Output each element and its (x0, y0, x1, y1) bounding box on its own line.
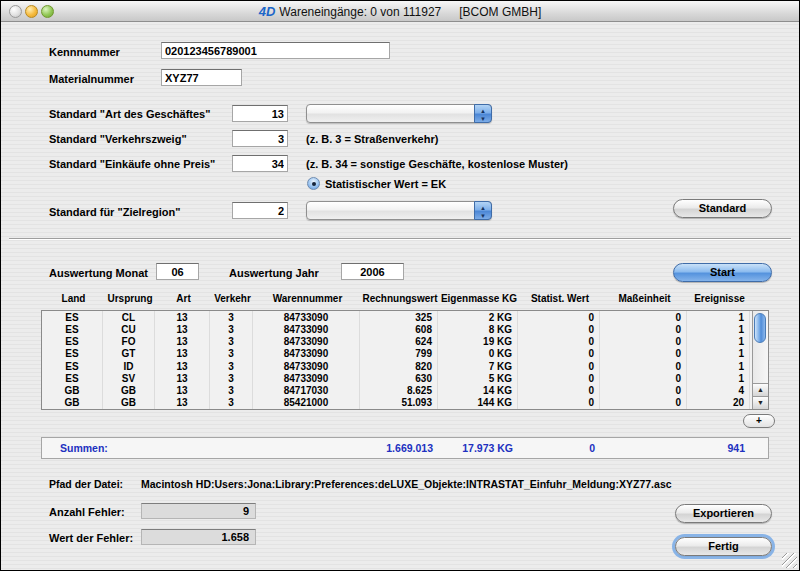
table-cell: 3 (210, 348, 253, 360)
table-cell: 0 (600, 323, 687, 335)
column-header: Maßeinheit (601, 293, 688, 304)
wert-der-fehler-field: 1.658 (141, 529, 256, 545)
table-cell: CU (103, 323, 155, 335)
art-des-geschaeftes-input[interactable] (232, 105, 288, 122)
summen-eigenmasse: 17.973 KG (438, 442, 518, 454)
zielregion-popup[interactable]: ▲▼ (306, 201, 492, 220)
kennnummer-input[interactable] (161, 42, 390, 59)
table-cell: 20 (687, 397, 750, 409)
table-row[interactable]: GBGB133847170308.62514 KG004 (42, 385, 752, 397)
table-cell: ES (42, 348, 103, 360)
einkaeufe-ohne-preis-label: Standard "Einkäufe ohne Preis" (49, 158, 215, 170)
table-cell: 1 (687, 348, 750, 360)
pfad-value: Macintosh HD:Users:Jona:Library:Preferen… (141, 478, 672, 490)
table-cell: 13 (155, 336, 210, 348)
table-cell: 0 (518, 372, 600, 384)
table-cell: 1 (687, 360, 750, 372)
table-cell: SV (103, 372, 155, 384)
table-cell: 0 (600, 311, 687, 323)
fertig-button[interactable]: Fertig (675, 537, 772, 556)
materialnummer-input[interactable] (161, 69, 242, 86)
table-cell: 84717030 (253, 385, 360, 397)
scroll-down-icon[interactable]: ▼ (753, 396, 768, 409)
table-cell: 84733090 (253, 323, 360, 335)
table-cell: 0 (518, 385, 600, 397)
table-cell: CL (103, 311, 155, 323)
section-divider (9, 238, 791, 240)
table-cell: 0 (600, 336, 687, 348)
window-title: 4DWareneingänge: 0 von 111927[BCOM GMBH] (1, 1, 799, 22)
art-des-geschaeftes-popup[interactable]: ▲▼ (306, 104, 492, 123)
column-header: Verkehr (211, 293, 254, 304)
summen-bar: Summen: 1.669.013 17.973 KG 0 941 (41, 437, 769, 459)
table-cell: 0 (518, 311, 600, 323)
auswertung-monat-input[interactable] (156, 263, 199, 280)
vertical-scrollbar[interactable]: ▲ ▼ (752, 311, 768, 409)
table-cell: GT (103, 348, 155, 360)
table-cell: 0 (600, 397, 687, 409)
wert-der-fehler-label: Wert der Fehler: (49, 532, 133, 544)
table-cell: 1 (687, 336, 750, 348)
resize-grip[interactable] (782, 553, 797, 568)
table-cell: GB (103, 397, 155, 409)
table-cell: 0 (518, 348, 600, 360)
summen-label: Summen: (42, 442, 155, 454)
table-cell: 8.625 (360, 385, 438, 397)
table-cell: 624 (360, 336, 438, 348)
table-cell: 0 (600, 348, 687, 360)
einkaeufe-ohne-preis-input[interactable] (232, 155, 288, 172)
app-window: 4DWareneingänge: 0 von 111927[BCOM GMBH]… (0, 0, 800, 571)
table-cell: 0 (518, 323, 600, 335)
statistischer-wert-radio[interactable] (307, 177, 320, 190)
auswertung-jahr-input[interactable] (341, 263, 404, 280)
kennnummer-label: Kennnummer (49, 46, 120, 58)
scroll-up-icon[interactable]: ▲ (753, 383, 768, 396)
materialnummer-label: Materialnummer (49, 73, 134, 85)
table-row[interactable]: GBGB1338542100051.093144 KG0020 (42, 397, 752, 409)
table-cell: 630 (360, 372, 438, 384)
table-cell: 1 (687, 323, 750, 335)
column-header: Art (156, 293, 211, 304)
table-cell: GB (42, 385, 103, 397)
column-header: Rechnungswert (361, 293, 439, 304)
einkaeufe-ohne-preis-hint: (z. B. 34 = sonstige Geschäfte, kostenlo… (306, 158, 568, 170)
table-cell: ES (42, 360, 103, 372)
table-cell: 19 KG (438, 336, 518, 348)
scrollbar-thumb[interactable] (754, 313, 766, 343)
verkehrszweig-input[interactable] (232, 130, 288, 147)
exportieren-button[interactable]: Exportieren (675, 504, 772, 523)
column-header: Eigenmasse KG (439, 293, 519, 304)
auswertung-jahr-label: Auswertung Jahr (229, 267, 319, 279)
table-cell: 0 (518, 360, 600, 372)
table-cell: 3 (210, 311, 253, 323)
table-row[interactable]: ESCU133847330906088 KG001 (42, 323, 752, 335)
table-cell: ES (42, 372, 103, 384)
results-list: ESCL133847330903252 KG001ESCU13384733090… (41, 310, 769, 410)
start-button[interactable]: Start (673, 263, 772, 282)
table-cell: 13 (155, 348, 210, 360)
table-cell: ES (42, 336, 103, 348)
table-row[interactable]: ESID133847330908207 KG001 (42, 360, 752, 372)
add-row-button[interactable]: + (743, 414, 775, 428)
standard-button[interactable]: Standard (673, 199, 772, 218)
table-cell: 799 (360, 348, 438, 360)
column-header: Statist. Wert (519, 293, 601, 304)
radio-dot-icon (312, 182, 316, 186)
table-cell: 4 (687, 385, 750, 397)
table-cell: GB (103, 385, 155, 397)
table-cell: 1 (687, 372, 750, 384)
table-row[interactable]: ESCL133847330903252 KG001 (42, 311, 752, 323)
table-cell: 7 KG (438, 360, 518, 372)
table-row[interactable]: ESFO1338473309062419 KG001 (42, 336, 752, 348)
table-cell: 0 (600, 360, 687, 372)
table-cell: 144 KG (438, 397, 518, 409)
table-cell: 13 (155, 311, 210, 323)
table-row[interactable]: ESGT133847330907990 KG001 (42, 348, 752, 360)
zielregion-input[interactable] (232, 202, 288, 219)
anzahl-fehler-label: Anzahl Fehler: (49, 506, 125, 518)
table-cell: 13 (155, 385, 210, 397)
table-cell: 5 KG (438, 372, 518, 384)
table-row[interactable]: ESSV133847330906305 KG001 (42, 372, 752, 384)
table-cell: 0 (518, 397, 600, 409)
table-cell: 820 (360, 360, 438, 372)
